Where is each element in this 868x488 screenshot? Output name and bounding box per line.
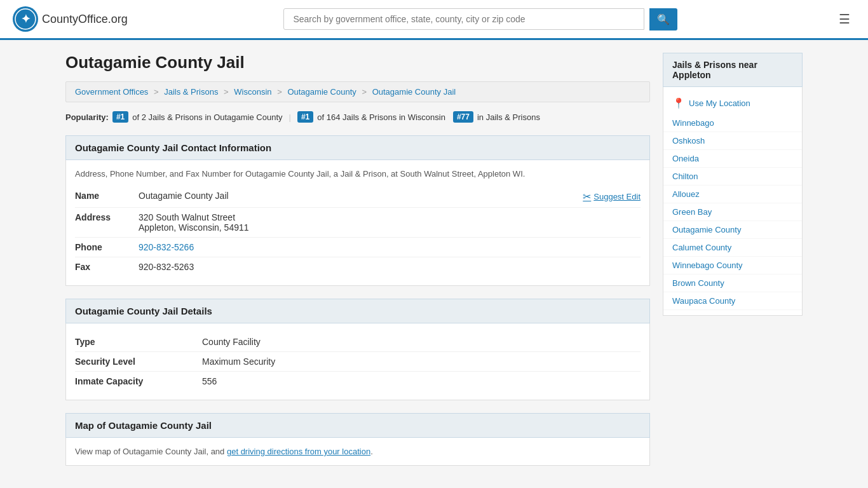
breadcrumb-gov-offices[interactable]: Government Offices <box>75 87 148 97</box>
suggest-edit-link[interactable]: ✂ Suggest Edit <box>583 191 641 203</box>
sidebar-body: 📍 Use My Location Winnebago Oshkosh Onei… <box>663 87 803 316</box>
search-button[interactable]: 🔍 <box>649 8 677 30</box>
map-section-body: View map of Outagamie County Jail, and g… <box>65 438 650 466</box>
rank2-badge: #1 <box>297 111 313 123</box>
contact-description: Address, Phone Number, and Fax Number fo… <box>75 169 641 179</box>
name-value: Outagamie County Jail <box>139 191 583 201</box>
breadcrumb: Government Offices > Jails & Prisons > W… <box>65 81 650 102</box>
popularity-label: Popularity: <box>65 112 109 122</box>
sidebar-item-oshkosh[interactable]: Oshkosh <box>663 132 802 150</box>
phone-row: Phone 920-832-5266 <box>75 238 641 257</box>
page-title: Outagamie County Jail <box>65 53 650 72</box>
security-label: Security Level <box>75 356 202 367</box>
breadcrumb-jails[interactable]: Jails & Prisons <box>164 87 218 97</box>
capacity-label: Inmate Capacity <box>75 376 202 386</box>
details-section-body: Type County Facility Security Level Maxi… <box>65 323 650 400</box>
main-container: Outagamie County Jail Government Offices… <box>53 40 815 488</box>
capacity-row: Inmate Capacity 556 <box>75 372 641 391</box>
address-row: Address 320 South Walnut Street Appleton… <box>75 208 641 238</box>
breadcrumb-outagamie-county[interactable]: Outagamie County <box>287 87 356 97</box>
directions-link[interactable]: get driving directions from your locatio… <box>227 447 370 456</box>
security-value: Maximum Security <box>202 356 641 367</box>
sidebar-item-waupaca-county[interactable]: Waupaca County <box>663 292 802 310</box>
logo-icon: ✦ <box>13 6 38 32</box>
contact-section-header: Outagamie County Jail Contact Informatio… <box>65 135 650 160</box>
sidebar-item-calumet-county[interactable]: Calumet County <box>663 239 802 257</box>
map-section-header: Map of Outagamie County Jail <box>65 413 650 438</box>
logo-text: CountyOffice.org <box>42 13 128 26</box>
sidebar-item-oneida[interactable]: Oneida <box>663 150 802 168</box>
rank2-text: of 164 Jails & Prisons in Wisconsin <box>317 112 445 122</box>
name-row: Name Outagamie County Jail ✂ Suggest Edi… <box>75 186 641 208</box>
site-header: ✦ CountyOffice.org 🔍 ☰ <box>0 0 868 40</box>
fax-value: 920-832-5263 <box>139 262 641 272</box>
sidebar-item-allouez[interactable]: Allouez <box>663 186 802 203</box>
sidebar-item-outagamie-county[interactable]: Outagamie County <box>663 221 802 239</box>
type-value: County Facility <box>202 337 641 347</box>
details-section: Outagamie County Jail Details Type Count… <box>65 299 650 400</box>
suggest-edit-icon: ✂ <box>583 191 591 203</box>
address-label: Address <box>75 212 139 222</box>
contact-section: Outagamie County Jail Contact Informatio… <box>65 135 650 286</box>
search-input[interactable] <box>283 8 644 30</box>
sidebar-item-green-bay[interactable]: Green Bay <box>663 203 802 221</box>
rank1-text: of 2 Jails & Prisons in Outagamie County <box>132 112 282 122</box>
sidebar-item-brown-county[interactable]: Brown County <box>663 274 802 292</box>
address-value: 320 South Walnut Street Appleton, Wiscon… <box>139 212 641 233</box>
sidebar-item-chilton[interactable]: Chilton <box>663 168 802 186</box>
name-label: Name <box>75 191 139 201</box>
phone-label: Phone <box>75 242 139 252</box>
phone-value: 920-832-5266 <box>139 242 641 252</box>
sidebar: Jails & Prisons near Appleton 📍 Use My L… <box>663 53 803 478</box>
svg-text:✦: ✦ <box>21 13 31 25</box>
menu-button[interactable]: ☰ <box>834 9 855 29</box>
breadcrumb-current[interactable]: Outagamie County Jail <box>372 87 456 97</box>
map-section: Map of Outagamie County Jail View map of… <box>65 413 650 466</box>
rank3-text: in Jails & Prisons <box>477 112 540 122</box>
capacity-value: 556 <box>202 376 641 386</box>
sidebar-header: Jails & Prisons near Appleton <box>663 53 803 87</box>
popularity-bar: Popularity: #1 of 2 Jails & Prisons in O… <box>65 111 650 123</box>
content-area: Outagamie County Jail Government Offices… <box>65 53 650 478</box>
search-icon: 🔍 <box>657 14 670 25</box>
sidebar-item-winnebago[interactable]: Winnebago <box>663 114 802 132</box>
rank1-badge: #1 <box>112 111 128 123</box>
location-icon: 📍 <box>672 97 685 109</box>
fax-label: Fax <box>75 262 139 272</box>
map-description: View map of Outagamie County Jail, and g… <box>66 438 649 465</box>
breadcrumb-wisconsin[interactable]: Wisconsin <box>234 87 271 97</box>
rank3-badge: #77 <box>453 111 473 123</box>
logo[interactable]: ✦ CountyOffice.org <box>13 6 128 32</box>
fax-row: Fax 920-832-5263 <box>75 257 641 276</box>
use-my-location[interactable]: 📍 Use My Location <box>663 92 802 114</box>
phone-link[interactable]: 920-832-5266 <box>139 242 194 252</box>
security-row: Security Level Maximum Security <box>75 352 641 372</box>
details-section-header: Outagamie County Jail Details <box>65 299 650 323</box>
type-label: Type <box>75 337 202 347</box>
sidebar-item-winnebago-county[interactable]: Winnebago County <box>663 257 802 274</box>
type-row: Type County Facility <box>75 332 641 352</box>
hamburger-icon: ☰ <box>839 12 850 26</box>
contact-section-body: Address, Phone Number, and Fax Number fo… <box>65 160 650 286</box>
search-area: 🔍 <box>283 8 677 30</box>
